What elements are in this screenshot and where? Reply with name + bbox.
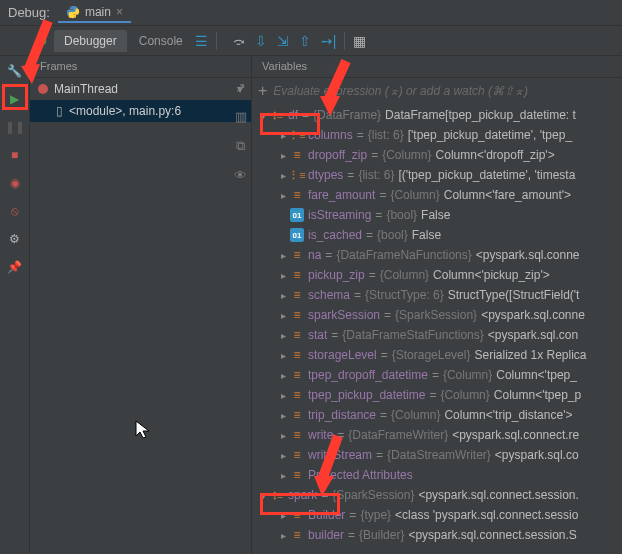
chevron-right-icon[interactable] <box>276 250 290 261</box>
bool-icon <box>290 228 304 242</box>
chevron-right-icon[interactable] <box>276 510 290 521</box>
var-name: dropoff_zip <box>308 148 367 162</box>
equals: = <box>375 208 382 222</box>
chevron-right-icon[interactable] <box>276 470 290 481</box>
equals: = <box>347 168 354 182</box>
equals: = <box>429 388 436 402</box>
var-name: tpep_dropoff_datetime <box>308 368 428 382</box>
var-type: {Column} <box>382 148 431 162</box>
debug-file-tab[interactable]: main × <box>58 3 131 23</box>
chevron-down-icon[interactable] <box>256 490 270 501</box>
chevron-down-icon[interactable] <box>256 110 270 121</box>
var-stat[interactable]: stat = {DataFrameStatFunctions} <pyspark… <box>252 325 622 345</box>
var-value: False <box>412 228 441 242</box>
var-name: isStreaming <box>308 208 371 222</box>
var-value: DataFrame[tpep_pickup_datetime: t <box>385 108 576 122</box>
debug-controls: 🔧 ▶ ❚❚ ■ ◉ ⦸ ⚙ 📌 <box>0 56 30 554</box>
step-into-my-icon[interactable]: ⇲ <box>277 33 289 49</box>
var-writestream[interactable]: writeStream = {DataStreamWriter} <pyspar… <box>252 445 622 465</box>
var-name: spark <box>288 488 317 502</box>
var-sparksession[interactable]: sparkSession = {SparkSession} <pyspark.s… <box>252 305 622 325</box>
resume-button[interactable]: ▶ <box>6 90 24 108</box>
chevron-right-icon[interactable] <box>276 350 290 361</box>
var-type: {Builder} <box>359 528 404 542</box>
var-isstreaming[interactable]: isStreaming = {bool} False <box>252 205 622 225</box>
add-watch-icon[interactable]: + <box>258 82 267 100</box>
rerun-icon[interactable]: ↻ <box>36 33 48 49</box>
chevron-right-icon[interactable] <box>276 310 290 321</box>
frame-label: <module>, main.py:6 <box>69 104 181 118</box>
watch-icon[interactable]: 👁 <box>234 168 247 183</box>
var-pickup-zip[interactable]: pickup_zip = {Column} Column<'pickup_zip… <box>252 265 622 285</box>
wrench-icon[interactable]: 🔧 <box>6 62 24 80</box>
filter-icon[interactable]: ▥ <box>235 109 247 124</box>
var-trip-distance[interactable]: trip_distance = {Column} Column<'trip_di… <box>252 405 622 425</box>
var-storagelevel[interactable]: storageLevel = {StorageLevel} Serialized… <box>252 345 622 365</box>
var-builder[interactable]: Builder = {type} <class 'pyspark.sql.con… <box>252 505 622 525</box>
step-into-icon[interactable]: ⇩ <box>255 33 267 49</box>
var-value: <pyspark.sql.connect.session.S <box>408 528 576 542</box>
stack-frame[interactable]: ▯ <module>, main.py:6 <box>30 100 251 122</box>
var-na[interactable]: na = {DataFrameNaFunctions} <pyspark.sql… <box>252 245 622 265</box>
stop-button[interactable]: ■ <box>6 146 24 164</box>
field-icon <box>290 148 304 162</box>
evaluate-icon[interactable]: ▦ <box>353 33 366 49</box>
variables-tree[interactable]: df = {DataFrame} DataFrame[tpep_pickup_d… <box>252 105 622 554</box>
step-over-icon[interactable]: ⤼ <box>233 33 245 49</box>
view-breakpoints-icon[interactable]: ◉ <box>6 174 24 192</box>
struct-icon <box>270 488 284 502</box>
chevron-right-icon[interactable] <box>276 150 290 161</box>
var-columns[interactable]: columns = {list: 6} ['tpep_pickup_dateti… <box>252 125 622 145</box>
var-type: {list: 6} <box>368 128 404 142</box>
var-tpep-dropoff-datetime[interactable]: tpep_dropoff_datetime = {Column} Column<… <box>252 365 622 385</box>
pin-icon[interactable]: 📌 <box>6 258 24 276</box>
var-name: schema <box>308 288 350 302</box>
copy-icon[interactable]: ⧉ <box>236 138 245 154</box>
var-tpep-pickup-datetime[interactable]: tpep_pickup_datetime = {Column} Column<'… <box>252 385 622 405</box>
chevron-right-icon[interactable] <box>276 330 290 341</box>
var-write[interactable]: write = {DataFrameWriter} <pyspark.sql.c… <box>252 425 622 445</box>
var-name: is_cached <box>308 228 362 242</box>
var-df[interactable]: df = {DataFrame} DataFrame[tpep_pickup_d… <box>252 105 622 125</box>
var-name: pickup_zip <box>308 268 365 282</box>
field-icon <box>290 388 304 402</box>
chevron-right-icon[interactable] <box>276 410 290 421</box>
settings-icon[interactable]: ⚙ <box>6 230 24 248</box>
run-to-cursor-icon[interactable]: ➙| <box>321 33 337 49</box>
step-out-icon[interactable]: ⇧ <box>299 33 311 49</box>
var-type: {bool} <box>386 208 417 222</box>
python-icon <box>66 5 80 19</box>
chevron-right-icon[interactable] <box>276 530 290 541</box>
separator <box>216 32 217 50</box>
equals: = <box>366 228 373 242</box>
mute-breakpoints-icon[interactable]: ⦸ <box>6 202 24 220</box>
var-dropoff-zip[interactable]: dropoff_zip = {Column} Column<'dropoff_z… <box>252 145 622 165</box>
chevron-right-icon[interactable] <box>276 390 290 401</box>
navigate-icon[interactable]: ↗ <box>235 80 246 95</box>
field-icon <box>290 408 304 422</box>
pause-button[interactable]: ❚❚ <box>6 118 24 136</box>
field-icon <box>290 268 304 282</box>
tab-debugger[interactable]: Debugger <box>54 30 127 52</box>
var-value: StructType([StructField('t <box>448 288 580 302</box>
chevron-right-icon[interactable] <box>276 270 290 281</box>
var-fare-amount[interactable]: fare_amount = {Column} Column<'fare_amou… <box>252 185 622 205</box>
equals: = <box>357 128 364 142</box>
evaluate-expression-row[interactable]: + Evaluate expression (⌅) or add a watch… <box>252 78 622 105</box>
chevron-right-icon[interactable] <box>276 190 290 201</box>
chevron-right-icon[interactable] <box>276 430 290 441</box>
var-builder[interactable]: builder = {Builder} <pyspark.sql.connect… <box>252 525 622 545</box>
thread-mode-icon[interactable]: ☰ <box>195 33 208 49</box>
var-protected-attributes[interactable]: Protected Attributes <box>252 465 622 485</box>
var-type: {StructType: 6} <box>365 288 444 302</box>
var-schema[interactable]: schema = {StructType: 6} StructType([Str… <box>252 285 622 305</box>
close-icon[interactable]: × <box>116 5 123 19</box>
var-spark[interactable]: spark = {SparkSession} <pyspark.sql.conn… <box>252 485 622 505</box>
thread-selector[interactable]: MainThread ▾ <box>30 78 251 100</box>
tab-console[interactable]: Console <box>129 30 193 52</box>
chevron-right-icon[interactable] <box>276 370 290 381</box>
var-is-cached[interactable]: is_cached = {bool} False <box>252 225 622 245</box>
var-dtypes[interactable]: dtypes = {list: 6} [('tpep_pickup_dateti… <box>252 165 622 185</box>
chevron-right-icon[interactable] <box>276 290 290 301</box>
chevron-right-icon[interactable] <box>276 450 290 461</box>
